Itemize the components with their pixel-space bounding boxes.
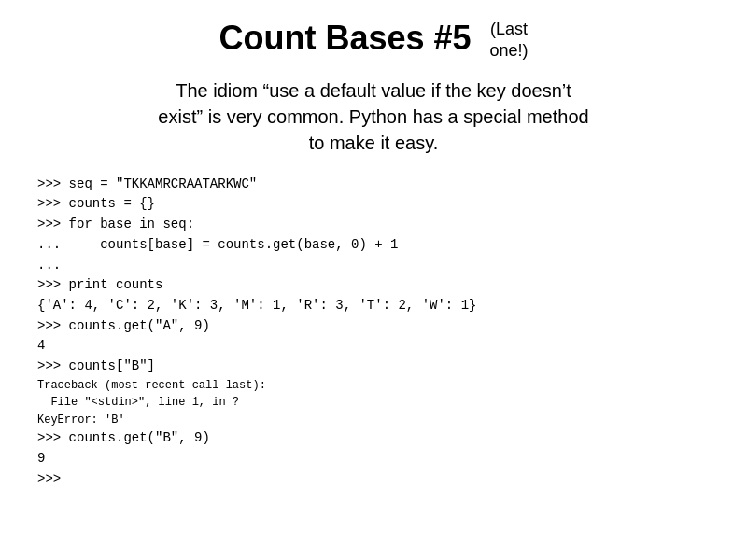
code-line-11: File "<stdin>", line 1, in ?	[37, 394, 710, 412]
code-line-3: ... counts[base] = counts.get(base, 0) +…	[37, 235, 710, 256]
code-line-1: >>> counts = {}	[37, 194, 710, 215]
code-line-2: >>> for base in seq:	[37, 215, 710, 235]
code-line-6: {'A': 4, 'C': 2, 'K': 3, 'M': 1, 'R': 3,…	[37, 296, 710, 316]
code-line-14: 9	[37, 449, 710, 469]
last-one-label: (Last one!)	[490, 19, 529, 63]
code-line-0: >>> seq = "TKKAMRCRAATARKWC"	[37, 175, 710, 195]
code-line-13: >>> counts.get("B", 9)	[37, 428, 710, 449]
code-line-10: Traceback (most recent call last):	[37, 377, 710, 395]
page: Count Bases #5 (Last one!) The idiom “us…	[0, 0, 747, 560]
header-area: Count Bases #5 (Last one!)	[37, 19, 710, 63]
code-block: >>> seq = "TKKAMRCRAATARKWC">>> counts =…	[37, 175, 710, 490]
code-line-8: 4	[37, 336, 710, 357]
code-line-5: >>> print counts	[37, 275, 710, 296]
code-line-4: ...	[37, 256, 710, 276]
code-line-9: >>> counts["B"]	[37, 357, 710, 377]
subtitle: The idiom “use a default value if the ke…	[37, 77, 710, 156]
code-line-12: KeyError: 'B'	[37, 412, 710, 429]
page-title: Count Bases #5	[218, 19, 471, 58]
code-line-7: >>> counts.get("A", 9)	[37, 316, 710, 337]
code-line-15: >>>	[37, 469, 710, 490]
